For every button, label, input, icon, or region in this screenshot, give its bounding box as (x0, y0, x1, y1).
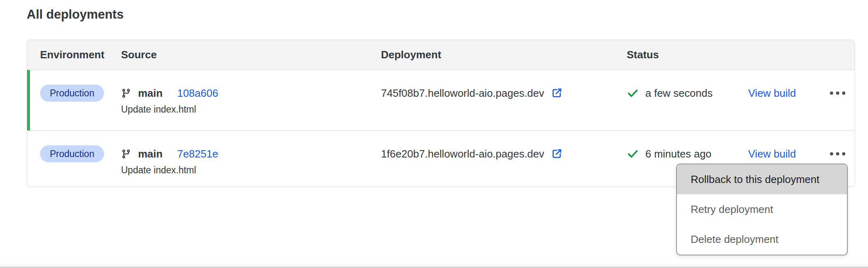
commit-message: Update index.html (121, 165, 381, 176)
column-header-deployment: Deployment (381, 49, 627, 61)
view-build-link[interactable]: View build (748, 87, 796, 100)
git-branch-icon (121, 88, 131, 98)
deployment-url: 1f6e20b7.helloworld-aio.pages.dev (381, 148, 544, 160)
commit-link[interactable]: 108a606 (177, 87, 218, 100)
success-check-icon (627, 87, 639, 99)
branch-name: main (138, 87, 163, 100)
column-header-environment: Environment (27, 49, 121, 61)
page-title: All deployments (27, 7, 123, 22)
status-time: 6 minutes ago (645, 148, 711, 160)
section-bottom-divider (0, 262, 868, 268)
view-build-link[interactable]: View build (748, 148, 796, 160)
success-check-icon (627, 148, 639, 160)
external-link-icon[interactable] (551, 87, 563, 99)
column-header-source: Source (121, 49, 381, 61)
ellipsis-icon (830, 91, 833, 95)
commit-link[interactable]: 7e8251e (177, 148, 218, 160)
status-time: a few seconds (645, 87, 713, 100)
deployment-actions-menu: Rollback to this deployment Retry deploy… (676, 164, 848, 255)
ellipsis-icon (830, 152, 833, 155)
branch-name: main (138, 148, 163, 160)
git-branch-icon (121, 149, 131, 159)
menu-item-rollback[interactable]: Rollback to this deployment (677, 164, 847, 194)
deployment-url: 745f08b7.helloworld-aio.pages.dev (381, 87, 544, 100)
environment-badge: Production (40, 85, 104, 102)
table-header-row: Environment Source Deployment Status (27, 40, 855, 70)
menu-item-delete[interactable]: Delete deployment (677, 225, 847, 255)
table-row: Production main 108a606 Update index.htm… (27, 70, 855, 131)
row-actions-menu-button[interactable] (829, 89, 846, 97)
column-header-status: Status (627, 49, 748, 61)
active-deployment-indicator (27, 70, 30, 130)
external-link-icon[interactable] (551, 148, 563, 160)
menu-item-retry[interactable]: Retry deployment (677, 194, 847, 224)
environment-badge: Production (40, 145, 104, 162)
row-actions-menu-button[interactable] (829, 150, 846, 158)
commit-message: Update index.html (121, 104, 381, 115)
